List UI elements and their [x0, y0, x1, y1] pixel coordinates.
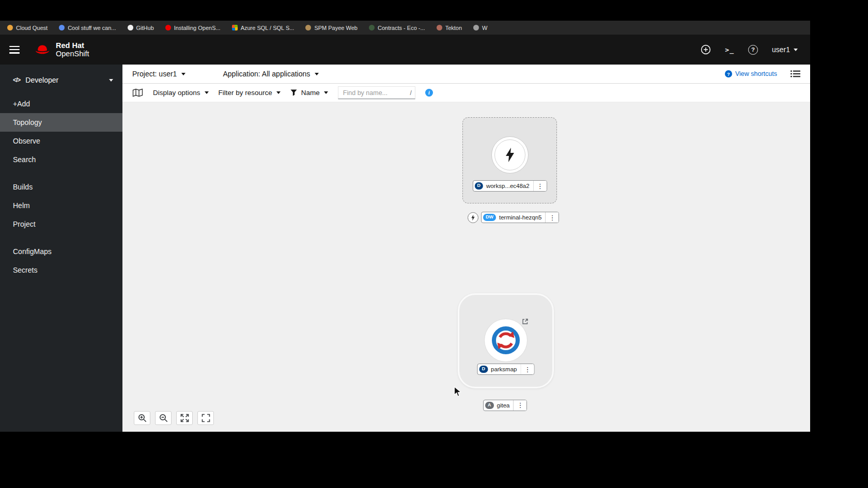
- globe-icon: [473, 25, 479, 30]
- gitea-application-label[interactable]: A gitea ⋮: [483, 400, 527, 411]
- parksmap-node[interactable]: [485, 319, 527, 361]
- fullscreen-icon: [202, 414, 210, 422]
- find-by-name-wrapper: /: [338, 86, 415, 99]
- bookmark-favicon-icon: [369, 25, 375, 30]
- bookmark-label: Installing OpenS...: [174, 25, 221, 31]
- bookmark-label: Contracts - Eco -...: [378, 25, 425, 31]
- display-options-label: Display options: [153, 89, 200, 97]
- chevron-down-icon: [276, 91, 281, 94]
- project-selector-label: Project: user1: [132, 70, 177, 78]
- perspective-switcher[interactable]: </> Developer: [0, 72, 122, 88]
- workspace-node-label[interactable]: D worksp...ec48a2 ⋮: [472, 180, 547, 192]
- sidebar-item-builds[interactable]: Builds: [0, 178, 122, 196]
- parksmap-node-label[interactable]: D parksmap ⋮: [477, 364, 535, 375]
- redhat-openshift-logo[interactable]: Red Hat OpenShift: [34, 41, 89, 58]
- bookmark-installing-openshift[interactable]: Installing OpenS...: [165, 25, 221, 31]
- project-selector[interactable]: Project: user1: [132, 70, 185, 78]
- bookmark-tekton[interactable]: Tekton: [437, 25, 462, 31]
- deployment-badge: D: [479, 366, 488, 373]
- bookmark-label: Tekton: [445, 25, 462, 31]
- bookmark-azure-sql[interactable]: Azure SQL / SQL S...: [232, 25, 295, 31]
- workspace-node[interactable]: D worksp...ec48a2 ⋮: [462, 117, 557, 203]
- find-shortcut-hint: /: [410, 89, 412, 97]
- filter-by-resource-label: Filter by resource: [219, 89, 272, 97]
- zoom-in-button[interactable]: [134, 411, 150, 425]
- user-menu[interactable]: user1: [772, 45, 798, 54]
- topology-toolbar: Display options Filter by resource Name: [122, 84, 810, 102]
- bookmark-w[interactable]: W: [473, 25, 487, 31]
- brand-openshift: OpenShift: [56, 50, 89, 58]
- kebab-menu-icon[interactable]: ⋮: [545, 212, 559, 223]
- ring-decoration: [494, 139, 525, 170]
- filter-by-resource-dropdown[interactable]: Filter by resource: [219, 89, 281, 97]
- nav-toggle-button[interactable]: [9, 46, 20, 54]
- sidebar-item-observe[interactable]: Observe: [0, 132, 122, 150]
- gitea-application[interactable]: A gitea ⋮: [483, 399, 527, 411]
- nav-group: ConfigMaps Secrets: [0, 242, 122, 279]
- topology-map-icon[interactable]: [132, 88, 143, 97]
- fullscreen-button[interactable]: [197, 411, 214, 425]
- info-icon[interactable]: i: [425, 89, 433, 97]
- parksmap-icon: [491, 325, 521, 355]
- parksmap-node-name: parksmap: [488, 366, 521, 372]
- sidebar-item-configmaps[interactable]: ConfigMaps: [0, 242, 122, 261]
- expand-arrows-icon: [180, 414, 189, 422]
- bookmark-cloud-quest[interactable]: Cloud Quest: [7, 25, 48, 31]
- mouse-cursor: [454, 386, 461, 397]
- topology-canvas[interactable]: D worksp...ec48a2 ⋮ DW: [122, 102, 810, 432]
- bookmark-contracts[interactable]: Contracts - Eco -...: [369, 25, 425, 31]
- gitea-application-name: gitea: [494, 402, 514, 408]
- masthead-actions: >_ ? user1: [701, 44, 798, 55]
- list-view-toggle[interactable]: [791, 70, 800, 77]
- sidebar-item-add[interactable]: +Add: [0, 95, 122, 113]
- sidebar-item-project[interactable]: Project: [0, 215, 122, 233]
- display-options-dropdown[interactable]: Display options: [153, 89, 209, 97]
- quick-create-button[interactable]: [701, 44, 711, 55]
- nav-group: +Add Topology Observe Search: [0, 95, 122, 169]
- application-selector[interactable]: Application: All applications: [223, 70, 319, 78]
- kebab-menu-icon[interactable]: ⋮: [521, 364, 534, 374]
- bookmark-favicon-icon: [59, 25, 65, 30]
- bookmark-label: SPM Payee Web: [314, 25, 358, 31]
- terminal-node-name: terminal-hezqn5: [496, 214, 545, 221]
- find-by-name-input[interactable]: [338, 86, 415, 99]
- name-filter-dropdown[interactable]: Name: [290, 89, 328, 97]
- bookmark-spm-payee[interactable]: SPM Payee Web: [305, 25, 358, 31]
- microsoft-icon: [232, 25, 238, 30]
- brand-redhat: Red Hat: [56, 41, 89, 50]
- parksmap-application-group[interactable]: D parksmap ⋮: [458, 293, 554, 388]
- sidebar-item-topology[interactable]: Topology: [0, 113, 122, 132]
- developer-code-icon: </>: [13, 76, 20, 84]
- sidebar-item-helm[interactable]: Helm: [0, 196, 122, 215]
- username: user1: [772, 45, 790, 54]
- fit-to-screen-button[interactable]: [176, 411, 193, 425]
- deployment-badge: D: [474, 182, 483, 190]
- web-terminal-button[interactable]: >_: [725, 46, 734, 54]
- bookmark-cool-stuff[interactable]: Cool stuff we can...: [59, 25, 116, 31]
- masthead: Red Hat OpenShift >_ ? user1: [0, 35, 810, 65]
- lightning-bolt-icon: [471, 214, 475, 221]
- view-shortcuts-button[interactable]: ? View shortcuts: [725, 70, 777, 77]
- context-bar-right: ? View shortcuts: [725, 70, 800, 77]
- bookmark-label: Cloud Quest: [16, 25, 48, 31]
- help-button[interactable]: ?: [748, 45, 758, 55]
- kebab-menu-icon[interactable]: ⋮: [513, 400, 526, 411]
- view-shortcuts-label: View shortcuts: [735, 70, 777, 77]
- terminal-node-label[interactable]: DW terminal-hezqn5 ⋮: [481, 212, 559, 223]
- bookmarks-bar: Cloud Quest Cool stuff we can... GitHub …: [0, 21, 810, 35]
- workspace-node-icon[interactable]: [491, 136, 529, 174]
- sidebar-item-secrets[interactable]: Secrets: [0, 261, 122, 279]
- terminal-node[interactable]: DW terminal-hezqn5 ⋮: [468, 212, 559, 223]
- list-icon: [791, 70, 800, 77]
- bookmark-github[interactable]: GitHub: [128, 25, 154, 31]
- devworkspace-decorator-icon[interactable]: [468, 212, 478, 223]
- zoom-out-button[interactable]: [155, 411, 172, 425]
- zoom-in-icon: [138, 414, 147, 422]
- external-link-icon[interactable]: [522, 318, 530, 326]
- kebab-menu-icon[interactable]: ⋮: [533, 181, 547, 191]
- github-icon: [128, 25, 133, 30]
- sidebar-item-search[interactable]: Search: [0, 150, 122, 169]
- help-icon: ?: [748, 45, 758, 55]
- map-icon: [132, 88, 143, 97]
- screen: Cloud Quest Cool stuff we can... GitHub …: [0, 0, 868, 488]
